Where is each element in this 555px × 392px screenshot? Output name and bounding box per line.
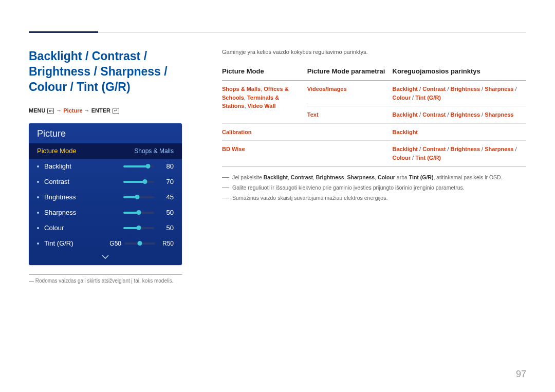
osd-row-value: 70 xyxy=(158,178,174,185)
osd-row-label: Sharpness xyxy=(44,209,96,216)
slider-dot-icon xyxy=(137,226,141,230)
modes-table: Picture Mode Picture Mode parametrai Kor… xyxy=(222,64,526,166)
intro-text: Gaminyje yra kelios vaizdo kokybės regul… xyxy=(222,49,526,55)
page-top-rule xyxy=(29,32,526,32)
osd-panel: Picture Picture Mode Shops & Malls Backl… xyxy=(29,123,182,265)
table-cell-mode: BD Wise xyxy=(222,141,307,166)
divider xyxy=(29,274,182,275)
note-dash-icon xyxy=(222,177,229,178)
osd-row-label: Colour xyxy=(44,224,96,232)
table-cell-adj: Backlight / Contrast / Brightness / Shar… xyxy=(393,81,527,106)
table-cell-adj: Backlight xyxy=(393,123,527,141)
osd-row-value: 80 xyxy=(158,162,174,170)
osd-row[interactable]: Backlight80 xyxy=(29,159,182,174)
slider[interactable] xyxy=(123,212,154,214)
page-top-rule-bold xyxy=(29,31,98,33)
row-dot-icon xyxy=(37,242,39,245)
slider[interactable] xyxy=(123,196,154,198)
osd-tint-r: R50 xyxy=(158,240,174,247)
page-number: 97 xyxy=(516,369,526,380)
note-row: Jei pakeisite Backlight, Contrast, Brigh… xyxy=(222,174,526,182)
row-dot-icon xyxy=(37,165,39,167)
menu-path-mid: Picture xyxy=(63,107,82,114)
note-text: Jei pakeisite Backlight, Contrast, Brigh… xyxy=(232,174,503,182)
page-title: Backlight / Contrast / Brightness / Shar… xyxy=(29,49,203,95)
osd-highlight-label: Picture Mode xyxy=(37,147,134,155)
notes: Jei pakeisite Backlight, Contrast, Brigh… xyxy=(222,174,526,202)
left-footnote: ― Rodomas vaizdas gali skirtis atsižvelg… xyxy=(29,278,182,284)
row-dot-icon xyxy=(37,212,39,214)
row-dot-icon xyxy=(37,181,39,183)
osd-row-label: Backlight xyxy=(44,162,96,170)
table-cell-adj: Backlight / Contrast / Brightness / Shar… xyxy=(393,106,527,124)
osd-highlight-value: Shops & Malls xyxy=(134,147,174,155)
osd-row-value: 50 xyxy=(158,224,174,232)
osd-tint-g: G50 xyxy=(109,240,121,247)
left-footnote-text: Rodomas vaizdas gali skirtis atsižvelgia… xyxy=(35,278,173,284)
chevron-down-icon[interactable] xyxy=(29,251,182,265)
osd-row-value: 50 xyxy=(158,209,174,216)
osd-tint-label: Tint (G/R) xyxy=(44,239,96,247)
tint-slider[interactable] xyxy=(124,242,155,245)
note-text: Galite reguliuoti ir išsaugoti kiekvieno… xyxy=(232,184,465,192)
note-text: Sumažinus vaizdo skaistį suvartojama maž… xyxy=(232,194,387,202)
slider-dot-icon xyxy=(146,164,151,169)
th-param: Picture Mode parametrai xyxy=(307,64,393,81)
slider-dot-icon xyxy=(138,241,142,246)
osd-row-picture-mode[interactable]: Picture Mode Shops & Malls xyxy=(29,143,182,159)
th-adj: Koreguojamosios parinktys xyxy=(393,64,527,81)
table-cell-param: Videos/Images xyxy=(307,81,393,106)
slider-dot-icon xyxy=(143,179,147,184)
note-dash-icon xyxy=(222,188,229,188)
slider[interactable] xyxy=(123,227,154,229)
osd-row[interactable]: Brightness45 xyxy=(29,190,182,205)
row-dot-icon xyxy=(37,196,39,198)
th-mode: Picture Mode xyxy=(222,64,307,81)
slider-dot-icon xyxy=(135,195,140,199)
osd-row[interactable]: Contrast70 xyxy=(29,174,182,190)
osd-row[interactable]: Colour50 xyxy=(29,220,182,236)
note-dash-icon xyxy=(222,198,229,198)
note-row: Sumažinus vaizdo skaistį suvartojama maž… xyxy=(222,194,526,202)
table-cell-mode: Calibration xyxy=(222,123,307,141)
slider-fill xyxy=(123,165,148,167)
menu-path-prefix: MENU xyxy=(29,107,45,114)
slider-dot-icon xyxy=(137,210,141,215)
note-row: Galite reguliuoti ir išsaugoti kiekvieno… xyxy=(222,184,526,192)
menu-path-suffix: ENTER xyxy=(91,107,110,114)
osd-row-label: Brightness xyxy=(44,193,96,201)
osd-row-tint[interactable]: Tint (G/R) G50 R50 xyxy=(29,236,182,251)
enter-icon: ↵ xyxy=(113,108,119,114)
table-cell-param: Text xyxy=(307,106,393,124)
osd-row-label: Contrast xyxy=(44,178,96,185)
slider[interactable] xyxy=(123,181,154,183)
slider[interactable] xyxy=(123,165,154,167)
menu-icon: m xyxy=(47,108,54,114)
table-cell-adj: Backlight / Contrast / Brightness / Shar… xyxy=(393,141,527,166)
table-cell-mode: Shops & Malls, Offices & Schools, Termin… xyxy=(222,81,307,124)
table-cell-param xyxy=(307,123,393,141)
row-dot-icon xyxy=(37,227,39,229)
osd-row[interactable]: Sharpness50 xyxy=(29,205,182,220)
osd-row-value: 45 xyxy=(158,193,174,201)
osd-title: Picture xyxy=(29,123,182,143)
table-cell-param xyxy=(307,141,393,166)
slider-fill xyxy=(123,181,145,183)
menu-path: MENU m → Picture → ENTER ↵ xyxy=(29,107,203,114)
